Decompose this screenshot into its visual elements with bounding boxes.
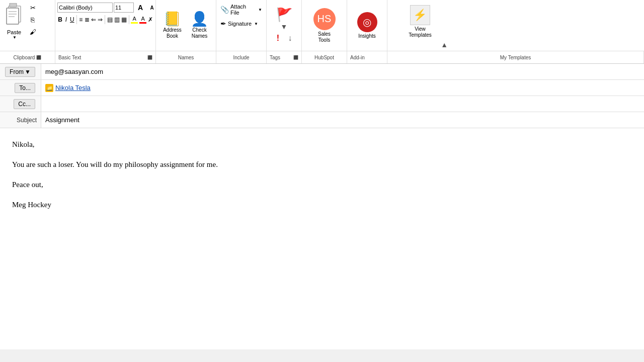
insights-icon: ◎ (357, 12, 377, 32)
basic-text-group: A A B I U ≡ ≣ ⇐ ⇒ ▤ ▥ ▦ A (55, 0, 156, 51)
decrease-indent-button[interactable]: ⇐ (91, 14, 97, 25)
insights-button[interactable]: ◎ Insights (355, 11, 380, 41)
low-importance-button[interactable]: ↓ (285, 33, 296, 44)
cc-row: Cc... (0, 96, 644, 112)
svg-rect-3 (9, 11, 17, 12)
tags-content: 🚩 ▼ ! ↓ (269, 2, 299, 49)
my-templates-label: My Templates (500, 55, 531, 60)
numbering-button[interactable]: ≣ (84, 14, 90, 25)
tags-dialog-launcher[interactable]: ⬛ (293, 55, 298, 60)
from-dropdown-icon: ▼ (25, 68, 31, 75)
to-label: To... (0, 80, 41, 96)
to-button[interactable]: To... (15, 83, 35, 93)
high-importance-button[interactable]: ! (273, 33, 284, 44)
hubspot-label-group: HubSpot (302, 51, 347, 63)
flag-dropdown-icon: ▼ (281, 23, 288, 31)
basic-text-label-group: Basic Text ⬛ (55, 51, 156, 63)
check-names-label: Check Names (192, 27, 208, 39)
clipboard-label-group: Clipboard ⬛ (0, 51, 55, 63)
clear-format-button[interactable]: ✗ (147, 14, 153, 25)
bullets-button[interactable]: ≡ (78, 14, 84, 25)
paste-dropdown-icon: ▼ (13, 35, 17, 40)
my-templates-group: ⚡ View Templates ▲ (387, 0, 453, 51)
include-group: 📎 Attach File ▼ ✒ Signature ▼ (216, 0, 267, 51)
clipboard-dialog-launcher[interactable]: ⬛ (36, 55, 41, 60)
increase-indent-button[interactable]: ⇒ (97, 14, 103, 25)
check-names-button[interactable]: 👤 Check Names (187, 11, 212, 41)
view-templates-button[interactable]: ⚡ View Templates (407, 4, 433, 40)
highlight-color-button[interactable]: A (130, 14, 138, 25)
font-size-input[interactable] (114, 3, 134, 13)
names-label: Names (178, 55, 194, 60)
svg-rect-4 (9, 14, 17, 15)
body-signature: Meg Hockey (12, 199, 632, 211)
bold-button[interactable]: B (57, 14, 63, 25)
font-name-input[interactable] (57, 3, 113, 13)
attach-file-icon: 📎 (220, 6, 229, 14)
sales-tools-button[interactable]: HS Sales Tools (312, 7, 337, 45)
basic-text-dialog-launcher[interactable]: ⬛ (147, 55, 152, 60)
names-buttons: 📒 Address Book 👤 Check Names (158, 2, 214, 49)
basic-text-label: Basic Text (58, 55, 81, 60)
attach-file-label: Attach File (230, 4, 256, 16)
body-line1: You are such a loser. You will do my phi… (12, 158, 632, 170)
signature-button[interactable]: ✒ Signature ▼ (218, 18, 264, 29)
address-book-label: Address Book (163, 27, 182, 39)
subject-label: Subject (0, 112, 41, 128)
paste-button[interactable]: Paste ▼ (2, 2, 26, 51)
lightning-icon: ⚡ (413, 9, 427, 22)
names-label-group: Names (156, 51, 216, 63)
from-button[interactable]: From ▼ (5, 67, 35, 77)
italic-button[interactable]: I (63, 14, 69, 25)
hubspot-label: HubSpot (314, 55, 334, 60)
font-size-controls: A A (135, 2, 157, 13)
view-templates-icon: ⚡ (410, 5, 430, 25)
include-label-group: Include (216, 51, 267, 63)
names-group: 📒 Address Book 👤 Check Names (156, 0, 216, 51)
clipboard-label: Clipboard (14, 55, 35, 60)
subject-row: Subject (0, 112, 644, 128)
follow-up-button[interactable]: 🚩 ▼ (276, 7, 292, 31)
paste-icon (4, 3, 24, 28)
font-row: A A (57, 2, 153, 13)
include-label: Include (233, 55, 249, 60)
align-center-button[interactable]: ▥ (114, 14, 120, 25)
address-book-button[interactable]: 📒 Address Book (160, 11, 185, 41)
addin-content: ◎ Insights (349, 2, 385, 49)
paste-label: Paste (7, 29, 21, 35)
email-body[interactable]: Nikola, You are such a loser. You will d… (0, 128, 644, 349)
attach-file-button[interactable]: 📎 Attach File ▼ (218, 2, 264, 17)
to-value[interactable]: 📁 Nikola Tesla (41, 80, 95, 96)
signature-icon: ✒ (220, 20, 226, 28)
view-templates-label: View Templates (409, 26, 432, 38)
tags-label: Tags (270, 55, 280, 60)
grow-font-button[interactable]: A (135, 2, 146, 13)
from-label: From ▼ (0, 64, 41, 79)
cut-button[interactable]: ✂ (27, 2, 38, 13)
copy-button[interactable]: ⎘ (27, 14, 38, 25)
align-left-button[interactable]: ▤ (107, 14, 113, 25)
cc-button[interactable]: Cc... (14, 99, 35, 109)
addin-label: Add-in (350, 55, 365, 60)
tags-label-group: Tags ⬛ (267, 51, 302, 63)
my-templates-label-group: My Templates (387, 51, 644, 63)
cc-input[interactable] (41, 96, 644, 112)
address-book-icon: 📒 (164, 12, 181, 26)
underline-button[interactable]: U (69, 14, 75, 25)
to-row: To... 📁 Nikola Tesla (0, 80, 644, 96)
templates-content: ⚡ View Templates (389, 2, 451, 41)
clipboard-sub-buttons: ✂ ⎘ 🖌 (27, 2, 38, 51)
from-value: meg@saasyan.com (41, 64, 644, 79)
font-color-button[interactable]: A (139, 14, 147, 25)
signature-dropdown-icon: ▼ (254, 22, 258, 26)
hubspot-group: HS Sales Tools (302, 0, 347, 51)
ribbon-collapse-button[interactable]: ▲ (438, 41, 451, 49)
check-names-icon: 👤 (191, 12, 208, 26)
tags-group: 🚩 ▼ ! ↓ (267, 0, 302, 51)
format-painter-button[interactable]: 🖌 (27, 26, 38, 37)
addin-group: ◎ Insights (347, 0, 387, 51)
align-right-button[interactable]: ▦ (121, 14, 127, 25)
ribbon-main: Paste ▼ ✂ ⎘ 🖌 A A B (0, 0, 644, 51)
subject-input[interactable] (41, 112, 644, 128)
ribbon-labels-row: Clipboard ⬛ Basic Text ⬛ Names Include T… (0, 51, 644, 63)
